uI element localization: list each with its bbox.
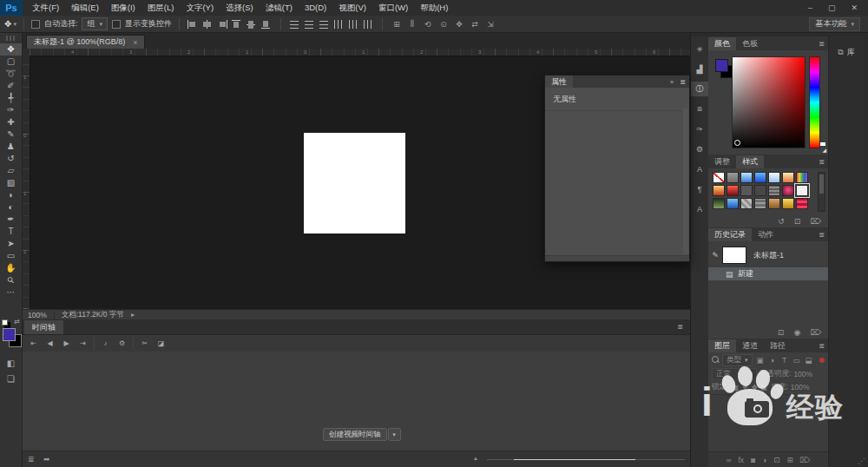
scrollbar[interactable] [683, 109, 688, 254]
spot-healing-brush-tool[interactable]: ✚ [0, 116, 22, 128]
lock-position-icon[interactable]: ✥ [750, 384, 759, 391]
workspace-switcher[interactable]: 基本功能 ▾ [809, 17, 860, 31]
lock-pixels-icon[interactable]: ✛ [740, 384, 749, 391]
style-swatch-2[interactable] [727, 172, 739, 183]
distribute-top-edges-icon[interactable] [288, 18, 301, 30]
style-swatch-5[interactable] [768, 172, 780, 183]
tool-preset-caret-icon[interactable]: ▾ [13, 21, 16, 28]
rectangular-marquee-tool[interactable]: ▢ [0, 56, 22, 68]
zoom-tool[interactable]: ⚲ [0, 274, 22, 286]
status-options-icon[interactable]: ▸ [131, 311, 135, 319]
swap-colors-icon[interactable]: ⇄ [14, 318, 20, 326]
style-swatch-16[interactable] [727, 198, 739, 209]
navigator-icon[interactable]: ⧈ [691, 102, 708, 116]
3d-scale-icon[interactable]: ⇲ [483, 18, 497, 30]
minimize-icon[interactable]: – [808, 3, 812, 12]
distribute-bottom-edges-icon[interactable] [318, 18, 331, 30]
dodge-tool[interactable]: ◐ [0, 201, 22, 214]
menu-item-6[interactable]: 选择(S) [220, 0, 260, 16]
crop-tool[interactable]: ╃ [0, 92, 22, 104]
tab-color[interactable]: 颜色 [708, 37, 736, 50]
style-swatch-4[interactable] [754, 172, 766, 183]
split-at-playhead-icon[interactable]: ✂ [136, 337, 153, 350]
style-swatch-15[interactable] [713, 198, 725, 209]
horizontal-ruler[interactable]: 43210123456 [30, 49, 690, 56]
panel-menu-icon[interactable]: ≣ [819, 40, 825, 48]
style-swatch-17[interactable] [740, 198, 753, 209]
panel-menu-icon[interactable]: ≣ [819, 342, 825, 350]
layer-effects-icon[interactable]: fx [738, 456, 744, 464]
filter-pixel-layers-icon[interactable]: ▣ [755, 356, 766, 365]
zoom-out-timeline-icon[interactable]: ▲ [473, 456, 478, 461]
lasso-tool[interactable]: ➰ [0, 68, 22, 80]
clone-source-icon[interactable]: ⚙ [691, 141, 708, 156]
tab-paths[interactable]: 路径 [764, 339, 792, 352]
go-to-next-frame-icon[interactable]: ⇥ [75, 337, 91, 350]
blend-mode-dropdown[interactable]: 正常 ▾ [712, 368, 757, 380]
filter-toggle-icon[interactable] [819, 358, 825, 363]
panel-menu-icon[interactable]: ≣ [819, 158, 825, 166]
align-bottom-edges-icon[interactable] [260, 18, 273, 30]
maximize-icon[interactable]: ▢ [828, 3, 836, 12]
hue-slider[interactable] [809, 56, 820, 148]
style-swatch-7[interactable] [796, 172, 808, 183]
menu-item-4[interactable]: 图层(L) [141, 0, 181, 16]
show-transform-checkbox[interactable] [112, 20, 121, 29]
foreground-color-swatch[interactable] [715, 59, 728, 72]
new-snapshot-icon[interactable]: ◉ [793, 328, 800, 337]
style-swatch-3[interactable] [740, 172, 753, 183]
align-vertical-centers-icon[interactable] [246, 18, 259, 30]
style-swatch-11[interactable] [754, 185, 766, 196]
rectangle-tool[interactable]: ▭ [0, 250, 22, 262]
style-swatch-1[interactable] [713, 172, 725, 183]
move-tool[interactable]: ✥ [0, 43, 22, 56]
tab-channels[interactable]: 通道 [736, 339, 764, 352]
hand-tool[interactable]: ✋ [0, 262, 22, 274]
menu-item-9[interactable]: 视图(V) [332, 0, 372, 16]
distribute-vertical-centers-icon[interactable] [303, 18, 316, 30]
history-brush-tool[interactable]: ↺ [0, 153, 22, 165]
lock-all-icon[interactable]: ▣ [760, 384, 768, 391]
tab-swatches[interactable]: 色板 [736, 37, 764, 50]
filter-shape-layers-icon[interactable]: ▭ [792, 356, 802, 365]
tab-history[interactable]: 历史记录 [708, 228, 752, 241]
window-resize-grip[interactable]: ⋰ [858, 457, 865, 465]
eyedropper-tool[interactable]: ✑ [0, 104, 22, 116]
create-video-timeline-button[interactable]: 创建视频时间轴 [323, 428, 387, 441]
auto-select-checkbox[interactable] [31, 20, 40, 29]
style-swatch-12[interactable] [768, 185, 780, 196]
align-options-icon[interactable]: ⫼ [405, 18, 419, 30]
type-tool[interactable]: T [0, 226, 22, 238]
character-styles-icon[interactable]: A [691, 201, 708, 216]
adjustments-icon[interactable]: ✳ [691, 42, 708, 56]
info-icon[interactable]: ⓘ [691, 82, 708, 96]
add-layer-mask-icon[interactable]: ◙ [751, 456, 755, 464]
playback-options-icon[interactable]: ⚙ [114, 337, 130, 350]
new-group-icon[interactable]: ⊡ [773, 456, 779, 464]
tab-properties[interactable]: 属性 [545, 76, 573, 88]
auto-select-dropdown[interactable]: 组 ▾ [82, 17, 108, 30]
libraries-panel-button[interactable]: ⧉ 库 [829, 47, 864, 58]
saturation-brightness-field[interactable] [732, 56, 806, 148]
gradient-tool[interactable]: ▧ [0, 177, 22, 189]
menu-item-3[interactable]: 图像(I) [105, 0, 141, 16]
style-swatch-9[interactable] [727, 185, 739, 196]
style-swatch-6[interactable] [782, 172, 794, 183]
color-field-indicator[interactable] [734, 140, 740, 146]
transition-icon[interactable]: ◪ [153, 337, 169, 350]
tab-timeline[interactable]: 时间轴 [24, 320, 63, 334]
close-icon[interactable]: ✕ [851, 3, 858, 12]
foreground-swatch[interactable] [3, 328, 16, 341]
delete-style-icon[interactable]: ⌦ [810, 217, 821, 226]
paragraph-panel-icon[interactable]: ¶ [691, 181, 708, 196]
3d-pan-icon[interactable]: ✥ [452, 18, 466, 30]
edit-toolbar-icon[interactable]: ⋯ [0, 286, 22, 299]
delete-layer-icon[interactable]: ⌦ [800, 456, 811, 464]
distribute-right-edges-icon[interactable] [362, 18, 375, 30]
menu-item-5[interactable]: 文字(Y) [180, 0, 220, 16]
filter-smart-objects-icon[interactable]: ⬓ [804, 356, 814, 365]
filter-type-dropdown[interactable]: 类型 ▾ [722, 354, 753, 366]
frame-mode-icon[interactable]: ≣ [28, 455, 35, 464]
style-swatch-8[interactable] [713, 185, 725, 196]
panel-menu-icon[interactable]: ≣ [819, 231, 825, 239]
